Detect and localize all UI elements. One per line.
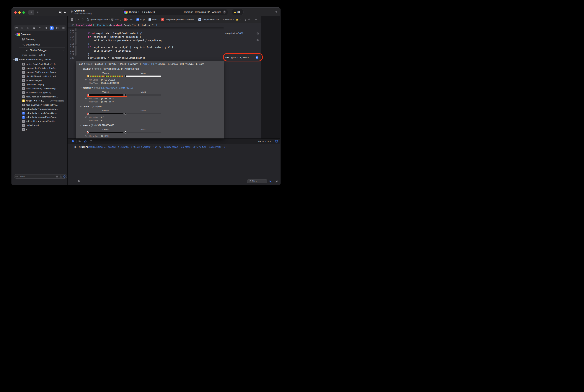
mask-histogram[interactable] — [126, 94, 161, 96]
console-toggle-icon[interactable] — [275, 140, 278, 143]
chevron-down-icon[interactable] — [13, 59, 15, 60]
chevron-down-icon[interactable] — [80, 87, 82, 89]
swap-editor-icon[interactable] — [244, 18, 247, 21]
warnings-button[interactable]: 30 — [232, 9, 244, 16]
sidebar-tree-row[interactable]: constant SimParameters &para... — [12, 70, 68, 74]
values-histogram[interactable] — [88, 76, 123, 77]
continue-icon[interactable] — [78, 140, 81, 143]
breadcrumb-item[interactable]: Bounc — [148, 18, 158, 21]
sidebar-tree-row[interactable]: int iGid = int(gid); — [12, 78, 68, 82]
sidebar-tree-row[interactable]: ()self.velocity += applyForceSour... — [12, 111, 68, 115]
line-number[interactable]: 113 — [68, 32, 74, 35]
navigator-tab-tests-icon[interactable] — [20, 26, 24, 30]
inspect-value-button[interactable] — [256, 32, 259, 34]
debug-bug-icon[interactable] — [84, 140, 87, 143]
code-line[interactable]: 114 if (magnitude > parameters.maxSpeed)… — [68, 35, 224, 38]
line-number[interactable]: 118 — [68, 49, 74, 52]
gear-icon[interactable] — [84, 134, 87, 137]
show-variables-view-icon[interactable] — [269, 180, 272, 183]
sidebar-tree-row[interactable]: self.position = fmod(self.positio... — [12, 119, 68, 123]
code-line[interactable]: 117 if (any(isnan(self.velocity)) || any… — [68, 46, 224, 49]
sidebar-tree-row[interactable]: ()self.velocity -= applyForceSourc... — [12, 115, 68, 119]
sidebar-tree-row[interactable]: int selfRow = self.type * 4; — [12, 90, 68, 95]
chevron-down-icon[interactable] — [77, 63, 79, 65]
sidebar-tree-row[interactable]: Quark self = in[gid]; — [12, 82, 68, 86]
warning-filter-icon[interactable] — [60, 175, 62, 178]
updown-icon[interactable] — [62, 50, 64, 51]
debug-console[interactable]: in = (Quark*) 0x1505258000 → { position … — [68, 144, 280, 185]
breadcrumb-item[interactable]: Main ( — [111, 18, 120, 21]
sidebar-tree-row[interactable]: uint gid [[thread_position_in_gri... — [12, 74, 68, 78]
gear-icon[interactable] — [84, 78, 87, 81]
line-number[interactable]: 66 — [68, 24, 74, 26]
navigator-tab-gpu-debug-icon[interactable] — [50, 26, 54, 30]
disclosure-icon[interactable] — [72, 146, 73, 148]
sidebar-tree-row[interactable]: float2 oldVelocity = self.velocity; — [12, 86, 68, 90]
line-number[interactable]: 112 — [68, 28, 74, 31]
range-handle-right[interactable] — [124, 113, 126, 115]
gear-icon[interactable] — [84, 97, 87, 100]
navigator-tab-report-icon[interactable] — [61, 26, 66, 30]
breadcrumb-item[interactable]: Compute Pipeline 0x102ceb480 — [161, 18, 195, 21]
range-handle-right[interactable] — [124, 75, 126, 77]
chevron-down-icon[interactable] — [80, 124, 82, 126]
line-number[interactable]: 114 — [68, 36, 74, 38]
sidebar-tree-row[interactable]: } — [12, 127, 68, 132]
code-line[interactable]: 119 } — [68, 52, 224, 56]
values-histogram[interactable] — [88, 132, 123, 133]
chevron-right-icon[interactable] — [20, 100, 22, 102]
sidebar-tree-row[interactable]: out[gid] = self; — [12, 123, 68, 127]
gear-icon[interactable] — [84, 116, 87, 118]
line-number[interactable]: 116 — [68, 42, 74, 45]
prev-issue-button[interactable] — [232, 18, 235, 21]
sidebar-tree-row[interactable]: for (int i = 0; i < p...10000 Iterations — [12, 99, 68, 103]
sidebar-tree-row[interactable]: {}kernel void krnParticles(constant... — [12, 57, 68, 62]
range-handle-right[interactable] — [124, 94, 126, 96]
sticky-function-header[interactable]: 66 kernel void krnParticles(constant Qua… — [68, 23, 224, 28]
mask-histogram[interactable] — [126, 132, 161, 133]
show-console-view-icon[interactable] — [274, 180, 278, 183]
sidebar-tree-row[interactable]: device Quark *out [[ buffer(1) ]], — [12, 62, 68, 66]
minimap-button[interactable] — [36, 10, 40, 15]
breakpoints-toggle-icon[interactable] — [72, 140, 74, 143]
add-editor-button[interactable] — [254, 18, 257, 21]
run-button[interactable] — [62, 10, 67, 15]
chevron-right-icon[interactable] — [20, 112, 22, 114]
next-issue-button[interactable] — [239, 18, 242, 21]
line-number[interactable]: 115 — [68, 39, 74, 42]
line-number[interactable]: 120 — [68, 56, 74, 59]
navigator-toggle-button[interactable] — [28, 10, 34, 15]
breadcrumb-item[interactable]: {}Compute Function — krnParticles — [198, 18, 232, 21]
mask-histogram[interactable] — [126, 76, 161, 77]
line-number[interactable]: 117 — [68, 46, 74, 49]
sidebar-tree-row[interactable]: float magnitude = length(self.vel... — [12, 103, 68, 107]
navigator-tab-issues-icon[interactable] — [38, 26, 42, 30]
navigator-tab-search-icon[interactable] — [32, 26, 36, 30]
sidebar-tree-row[interactable]: Dependencies — [12, 42, 68, 47]
sidebar-tree-row[interactable]: Shader Debugger — [12, 48, 68, 53]
values-histogram[interactable] — [88, 113, 123, 114]
counterparts-icon[interactable] — [248, 18, 251, 21]
range-handle-left[interactable] — [87, 132, 88, 134]
navigator-tab-folder-icon[interactable] — [14, 26, 19, 30]
chevron-down-icon[interactable] — [15, 34, 16, 35]
code-line[interactable]: 118 self.velocity = oldVelocity; — [68, 49, 224, 52]
run-destination[interactable]: iPad (A16) — [144, 11, 155, 13]
code-line[interactable]: 120 self.velocity *= parameters.slowingF… — [68, 56, 224, 60]
sidebar-tree-row[interactable]: float2 halfSize = parameters.fiel... — [12, 95, 68, 99]
console-filter-field[interactable]: Filter — [247, 179, 267, 183]
sidebar-filter-field[interactable]: Filter — [14, 174, 67, 178]
chevron-right-icon[interactable] — [20, 116, 22, 118]
sidebar-tree-row[interactable]: self.velocity *= parameters.slowi... — [12, 107, 68, 111]
navigator-tab-tag-icon[interactable] — [55, 26, 60, 30]
range-handle-right[interactable] — [124, 132, 126, 134]
scheme-activity-capsule[interactable]: Quantur ⟩ iPad (A16) Quantum - Debugging… — [122, 9, 228, 16]
zoom-window-button[interactable] — [22, 11, 25, 14]
inspect-value-button[interactable] — [256, 39, 259, 42]
code-line[interactable]: 115 self.velocity *= parameters.maxSpeed… — [68, 38, 224, 42]
minimize-window-button[interactable] — [18, 11, 21, 14]
range-handle-left[interactable] — [87, 113, 88, 115]
range-handle-left[interactable] — [87, 75, 88, 77]
issue-warning-icon[interactable] — [236, 18, 238, 21]
breadcrumb-item[interactable]: Comp — [124, 18, 133, 21]
